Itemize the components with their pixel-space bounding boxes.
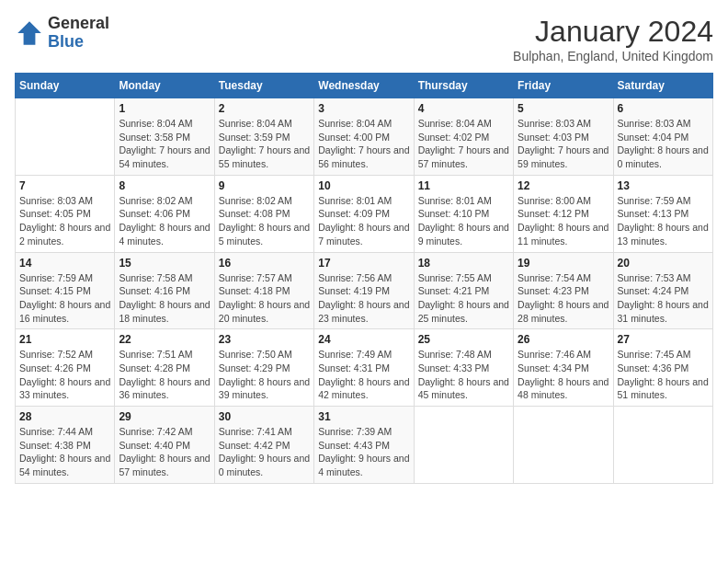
calendar-cell: 13Sunrise: 7:59 AMSunset: 4:13 PMDayligh… <box>613 175 712 252</box>
day-number: 19 <box>518 257 609 270</box>
calendar-cell: 12Sunrise: 8:00 AMSunset: 4:12 PMDayligh… <box>514 175 613 252</box>
day-number: 3 <box>318 102 409 115</box>
calendar-cell: 9Sunrise: 8:02 AMSunset: 4:08 PMDaylight… <box>214 175 313 252</box>
calendar-cell <box>414 407 513 484</box>
day-info: Sunrise: 7:49 AMSunset: 4:31 PMDaylight:… <box>318 348 409 402</box>
calendar-week-3: 14Sunrise: 7:59 AMSunset: 4:15 PMDayligh… <box>16 252 713 329</box>
calendar-week-4: 21Sunrise: 7:52 AMSunset: 4:26 PMDayligh… <box>16 329 713 407</box>
logo-general: General <box>48 14 109 32</box>
day-info: Sunrise: 8:02 AMSunset: 4:08 PMDaylight:… <box>219 194 310 248</box>
calendar-cell: 28Sunrise: 7:44 AMSunset: 4:38 PMDayligh… <box>16 407 115 484</box>
day-number: 1 <box>119 102 210 115</box>
day-number: 14 <box>19 257 110 270</box>
day-number: 10 <box>318 179 409 192</box>
day-number: 28 <box>19 410 110 423</box>
logo-icon <box>15 18 44 48</box>
day-number: 30 <box>219 410 310 423</box>
calendar-cell: 15Sunrise: 7:58 AMSunset: 4:16 PMDayligh… <box>115 252 214 329</box>
day-info: Sunrise: 8:03 AMSunset: 4:03 PMDaylight:… <box>518 117 609 171</box>
day-info: Sunrise: 7:59 AMSunset: 4:13 PMDaylight:… <box>618 194 709 248</box>
calendar-cell: 4Sunrise: 8:04 AMSunset: 4:02 PMDaylight… <box>414 98 513 176</box>
calendar-cell: 23Sunrise: 7:50 AMSunset: 4:29 PMDayligh… <box>214 329 313 407</box>
day-header-monday: Monday <box>115 74 214 98</box>
day-number: 15 <box>119 257 210 270</box>
calendar-table: SundayMondayTuesdayWednesdayThursdayFrid… <box>15 73 713 484</box>
day-info: Sunrise: 8:00 AMSunset: 4:12 PMDaylight:… <box>518 194 609 248</box>
day-number: 21 <box>19 333 110 346</box>
logo-blue: Blue <box>48 32 84 51</box>
day-info: Sunrise: 8:04 AMSunset: 3:58 PMDaylight:… <box>119 117 210 171</box>
day-number: 20 <box>618 257 709 270</box>
logo: General Blue <box>15 15 109 52</box>
day-number: 9 <box>219 179 310 192</box>
day-info: Sunrise: 7:41 AMSunset: 4:42 PMDaylight:… <box>219 425 310 479</box>
day-info: Sunrise: 7:39 AMSunset: 4:43 PMDaylight:… <box>318 425 409 479</box>
day-info: Sunrise: 7:53 AMSunset: 4:24 PMDaylight:… <box>618 271 709 326</box>
day-info: Sunrise: 8:04 AMSunset: 4:00 PMDaylight:… <box>318 117 409 171</box>
day-info: Sunrise: 8:03 AMSunset: 4:05 PMDaylight:… <box>19 194 110 248</box>
calendar-cell: 18Sunrise: 7:55 AMSunset: 4:21 PMDayligh… <box>414 252 513 329</box>
day-number: 23 <box>219 333 310 346</box>
calendar-cell <box>613 407 712 484</box>
calendar-cell: 22Sunrise: 7:51 AMSunset: 4:28 PMDayligh… <box>115 329 214 407</box>
day-number: 17 <box>318 257 409 270</box>
calendar-cell: 5Sunrise: 8:03 AMSunset: 4:03 PMDaylight… <box>514 98 613 176</box>
day-number: 26 <box>518 333 609 346</box>
day-number: 2 <box>219 102 310 115</box>
calendar-header-row: SundayMondayTuesdayWednesdayThursdayFrid… <box>16 74 713 98</box>
calendar-week-5: 28Sunrise: 7:44 AMSunset: 4:38 PMDayligh… <box>16 407 713 484</box>
day-number: 29 <box>119 410 210 423</box>
calendar-cell: 29Sunrise: 7:42 AMSunset: 4:40 PMDayligh… <box>115 407 214 484</box>
day-header-sunday: Sunday <box>16 74 115 98</box>
day-number: 31 <box>318 410 409 423</box>
calendar-cell <box>16 98 115 176</box>
day-info: Sunrise: 7:58 AMSunset: 4:16 PMDaylight:… <box>119 271 210 326</box>
calendar-cell: 10Sunrise: 8:01 AMSunset: 4:09 PMDayligh… <box>314 175 414 252</box>
day-number: 13 <box>618 179 709 192</box>
day-header-tuesday: Tuesday <box>214 74 313 98</box>
day-info: Sunrise: 8:04 AMSunset: 4:02 PMDaylight:… <box>418 117 509 171</box>
day-number: 25 <box>418 333 509 346</box>
calendar-cell: 11Sunrise: 8:01 AMSunset: 4:10 PMDayligh… <box>414 175 513 252</box>
calendar-cell: 24Sunrise: 7:49 AMSunset: 4:31 PMDayligh… <box>314 329 414 407</box>
day-number: 4 <box>418 102 509 115</box>
calendar-cell: 27Sunrise: 7:45 AMSunset: 4:36 PMDayligh… <box>613 329 712 407</box>
day-info: Sunrise: 8:02 AMSunset: 4:06 PMDaylight:… <box>119 194 210 248</box>
calendar-cell: 16Sunrise: 7:57 AMSunset: 4:18 PMDayligh… <box>214 252 313 329</box>
day-number: 8 <box>119 179 210 192</box>
day-info: Sunrise: 7:55 AMSunset: 4:21 PMDaylight:… <box>418 271 509 326</box>
svg-marker-0 <box>17 21 41 45</box>
day-info: Sunrise: 7:42 AMSunset: 4:40 PMDaylight:… <box>119 425 210 479</box>
calendar-cell: 2Sunrise: 8:04 AMSunset: 3:59 PMDaylight… <box>214 98 313 176</box>
day-info: Sunrise: 7:54 AMSunset: 4:23 PMDaylight:… <box>518 271 609 326</box>
calendar-week-1: 1Sunrise: 8:04 AMSunset: 3:58 PMDaylight… <box>16 98 713 176</box>
calendar-cell: 26Sunrise: 7:46 AMSunset: 4:34 PMDayligh… <box>514 329 613 407</box>
day-header-thursday: Thursday <box>414 74 513 98</box>
day-info: Sunrise: 8:01 AMSunset: 4:10 PMDaylight:… <box>418 194 509 248</box>
calendar-cell: 3Sunrise: 8:04 AMSunset: 4:00 PMDaylight… <box>314 98 414 176</box>
calendar-cell <box>514 407 613 484</box>
calendar-cell: 6Sunrise: 8:03 AMSunset: 4:04 PMDaylight… <box>613 98 712 176</box>
calendar-cell: 30Sunrise: 7:41 AMSunset: 4:42 PMDayligh… <box>214 407 313 484</box>
day-info: Sunrise: 7:56 AMSunset: 4:19 PMDaylight:… <box>318 271 409 326</box>
month-title: January 2024 <box>513 15 713 49</box>
calendar-cell: 19Sunrise: 7:54 AMSunset: 4:23 PMDayligh… <box>514 252 613 329</box>
day-number: 16 <box>219 257 310 270</box>
calendar-cell: 14Sunrise: 7:59 AMSunset: 4:15 PMDayligh… <box>16 252 115 329</box>
day-info: Sunrise: 8:04 AMSunset: 3:59 PMDaylight:… <box>219 117 310 171</box>
day-header-wednesday: Wednesday <box>314 74 414 98</box>
calendar-cell: 8Sunrise: 8:02 AMSunset: 4:06 PMDaylight… <box>115 175 214 252</box>
calendar-cell: 20Sunrise: 7:53 AMSunset: 4:24 PMDayligh… <box>613 252 712 329</box>
day-info: Sunrise: 7:44 AMSunset: 4:38 PMDaylight:… <box>19 425 110 479</box>
day-number: 12 <box>518 179 609 192</box>
calendar-cell: 1Sunrise: 8:04 AMSunset: 3:58 PMDaylight… <box>115 98 214 176</box>
day-info: Sunrise: 7:45 AMSunset: 4:36 PMDaylight:… <box>618 348 709 402</box>
day-number: 11 <box>418 179 509 192</box>
day-number: 5 <box>518 102 609 115</box>
day-info: Sunrise: 8:01 AMSunset: 4:09 PMDaylight:… <box>318 194 409 248</box>
day-info: Sunrise: 7:59 AMSunset: 4:15 PMDaylight:… <box>19 271 110 326</box>
day-header-saturday: Saturday <box>613 74 712 98</box>
day-info: Sunrise: 7:48 AMSunset: 4:33 PMDaylight:… <box>418 348 509 402</box>
location: Bulphan, England, United Kingdom <box>513 49 713 63</box>
calendar-cell: 31Sunrise: 7:39 AMSunset: 4:43 PMDayligh… <box>314 407 414 484</box>
